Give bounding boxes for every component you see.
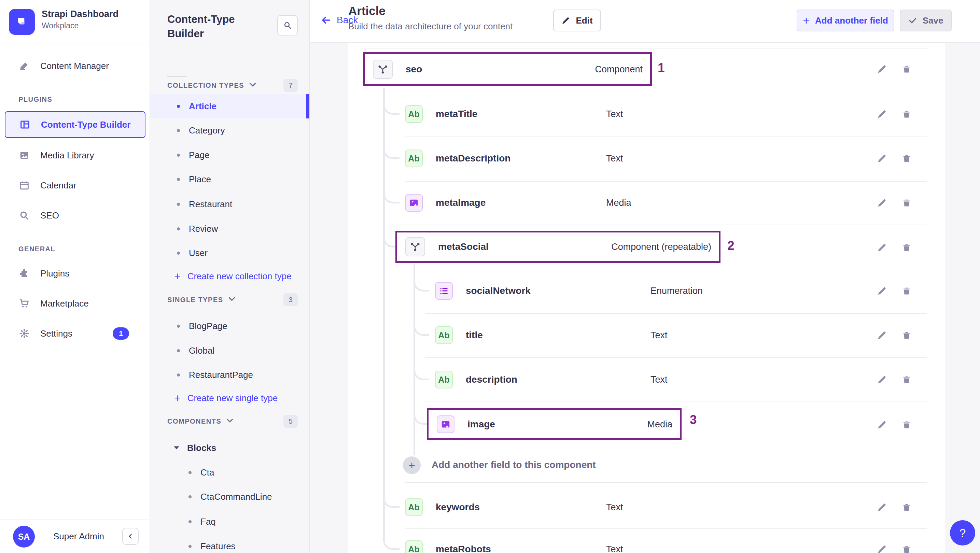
bullet-icon [188,545,192,548]
nav-item-cta[interactable]: Cta [150,460,309,485]
delete-field-button[interactable] [901,242,912,253]
caret-down-icon [250,82,256,88]
edit-field-button[interactable] [876,419,888,431]
edit-field-button[interactable] [876,63,888,75]
nav-item-place[interactable]: Place [150,167,309,192]
sidebar-item-settings[interactable]: Settings 1 [5,321,145,345]
nav-item-label: RestaurantPage [189,370,253,380]
edit-field-button[interactable] [876,285,888,297]
bullet-icon [177,154,180,157]
sidebar-item-content-type-builder[interactable]: Content-Type Builder [5,111,145,138]
sidebar-item-marketplace[interactable]: Marketplace [5,291,145,315]
sidebar-item-label: Plugins [40,268,69,279]
create-collection-type-link[interactable]: +Create new collection type [150,265,309,288]
pencil-icon [562,16,570,25]
sidebar-item-plugins[interactable]: Plugins [5,262,145,285]
field-name: keywords [436,501,480,513]
field-type: Text [606,501,623,513]
delete-field-button[interactable] [901,329,912,341]
row-divider [405,482,927,483]
edit-field-button[interactable] [876,242,888,253]
nav-group-blocks[interactable]: Blocks [150,435,309,460]
edit-field-button[interactable] [876,501,888,513]
delete-field-button[interactable] [901,153,912,164]
single-types-count: 3 [283,293,298,306]
field-name: image [468,418,495,430]
edit-field-button[interactable] [876,329,888,341]
plus-icon: + [408,459,415,472]
nav-item-faq[interactable]: Faq [150,509,309,534]
nav-item-article[interactable]: Article [150,94,309,118]
sidebar-item-calendar[interactable]: Calendar [5,173,145,197]
sidebar-item-label: Content-Type Builder [41,119,130,130]
edit-field-button[interactable] [876,374,888,385]
sidebar-item-seo[interactable]: SEO [5,203,145,227]
nav-item-user[interactable]: User [150,241,309,265]
chevron-left-icon [127,532,134,540]
add-another-field-button[interactable]: + Add another field [797,10,894,32]
search-button[interactable] [277,15,298,35]
field-type: Text [651,374,668,385]
strapi-logo-icon [9,9,35,35]
bullet-icon [177,129,180,132]
delete-field-button[interactable] [901,543,912,553]
nav-item-label: Blocks [187,443,216,453]
nav-item-global[interactable]: Global [150,338,309,363]
single-types-header[interactable]: SINGLE TYPES 3 [167,293,298,307]
sidebar-header: Strapi Dashboard Workplace [0,0,150,44]
pencil-icon [877,375,887,385]
nav-item-label: Restaurant [189,199,232,210]
pencil-icon [877,242,887,253]
text-field-icon: Ab [435,326,453,344]
save-button[interactable]: Save [900,10,952,32]
delete-field-button[interactable] [901,63,912,75]
delete-field-button[interactable] [901,374,912,385]
field-name: metaDescription [436,153,511,164]
delete-field-button[interactable] [901,108,912,120]
text-field-icon: Ab [435,371,453,388]
field-name: title [466,329,483,341]
delete-field-button[interactable] [901,285,912,297]
nav-item-category[interactable]: Category [150,118,309,143]
image-icon [18,149,30,161]
nav-item-page[interactable]: Page [150,143,309,167]
component-icon [405,237,425,256]
edit-field-button[interactable] [876,543,888,553]
edit-field-button[interactable] [876,153,888,164]
nav-item-ctacommandline[interactable]: CtaCommandLine [150,485,309,509]
add-component-field-button[interactable]: + [403,456,421,474]
page-subtitle: Build the data architecture of your cont… [348,21,512,32]
sidebar-item-label: Calendar [40,180,76,191]
sidebar-item-content-manager[interactable]: Content Manager [5,54,145,78]
sidebar-item-media-library[interactable]: Media Library [5,143,145,167]
nav-item-label: Features [200,541,235,551]
app-title: Strapi Dashboard [42,9,118,19]
collapse-sidebar-button[interactable] [122,528,138,545]
link-label: Create new single type [188,393,278,404]
trash-icon [902,502,912,512]
nav-item-features[interactable]: Features [150,534,309,553]
add-component-field-label[interactable]: Add another field to this component [432,459,596,470]
help-button[interactable]: ? [950,520,975,545]
create-single-type-link[interactable]: +Create new single type [150,387,309,409]
edit-field-button[interactable] [876,197,888,208]
calendar-icon [18,180,30,191]
components-header[interactable]: COMPONENTS 5 [167,415,298,428]
annotation-2: 2 [727,238,735,253]
delete-field-button[interactable] [901,197,912,208]
edit-button[interactable]: Edit [553,10,601,32]
nav-item-restaurant[interactable]: Restaurant [150,192,309,216]
delete-field-button[interactable] [901,501,912,513]
delete-field-button[interactable] [901,419,912,431]
annotation-1: 1 [658,61,665,75]
bullet-icon [177,105,180,108]
collection-types-header[interactable]: COLLECTION TYPES 7 [167,78,298,92]
edit-field-button[interactable] [876,108,888,120]
bullet-icon [177,178,180,181]
nav-item-review[interactable]: Review [150,216,309,241]
nav-item-blogpage[interactable]: BlogPage [150,314,309,338]
nav-item-restaurantpage[interactable]: RestaurantPage [150,362,309,387]
text-field-icon: Ab [405,498,423,516]
trash-icon [902,109,912,119]
builder-nav-title: Content-Type Builder [167,12,263,41]
